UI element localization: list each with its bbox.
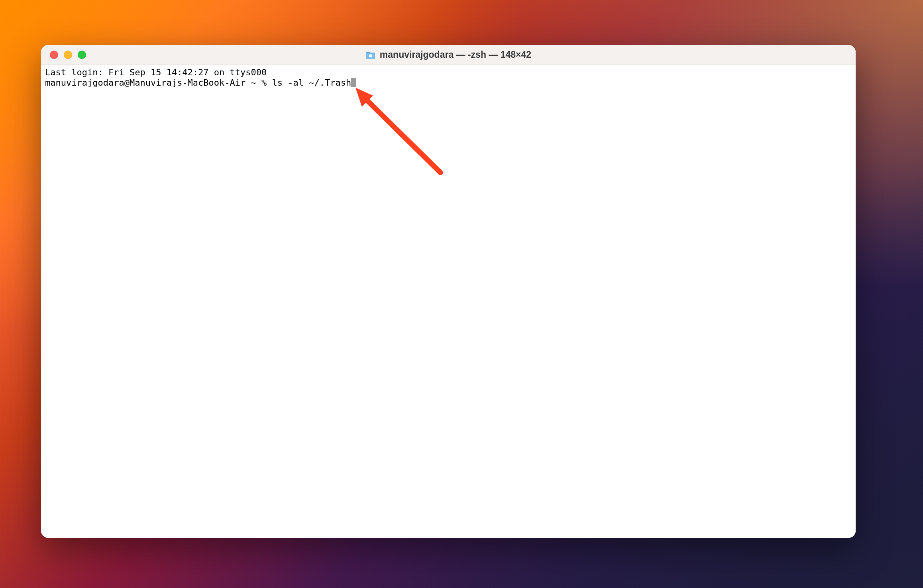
- window-title-bar[interactable]: manuvirajgodara — -zsh — 148×42: [41, 45, 856, 65]
- zoom-button[interactable]: [78, 51, 86, 59]
- traffic-lights: [41, 51, 86, 59]
- terminal-content-area[interactable]: Last login: Fri Sep 15 14:42:27 on ttys0…: [41, 65, 856, 538]
- window-title: manuvirajgodara — -zsh — 148×42: [365, 49, 531, 60]
- last-login-line: Last login: Fri Sep 15 14:42:27 on ttys0…: [45, 67, 852, 78]
- prompt-line: manuvirajgodara@Manuvirajs-MacBook-Air ~…: [45, 78, 852, 88]
- typed-command: ls -al ~/.Trash: [272, 78, 352, 88]
- window-title-text: manuvirajgodara — -zsh — 148×42: [380, 49, 531, 60]
- terminal-window: manuvirajgodara — -zsh — 148×42 Last log…: [41, 45, 856, 538]
- close-button[interactable]: [50, 51, 58, 59]
- home-folder-icon: [365, 51, 376, 59]
- minimize-button[interactable]: [64, 51, 72, 59]
- shell-prompt: manuvirajgodara@Manuvirajs-MacBook-Air ~…: [45, 78, 272, 88]
- terminal-cursor: [351, 78, 356, 87]
